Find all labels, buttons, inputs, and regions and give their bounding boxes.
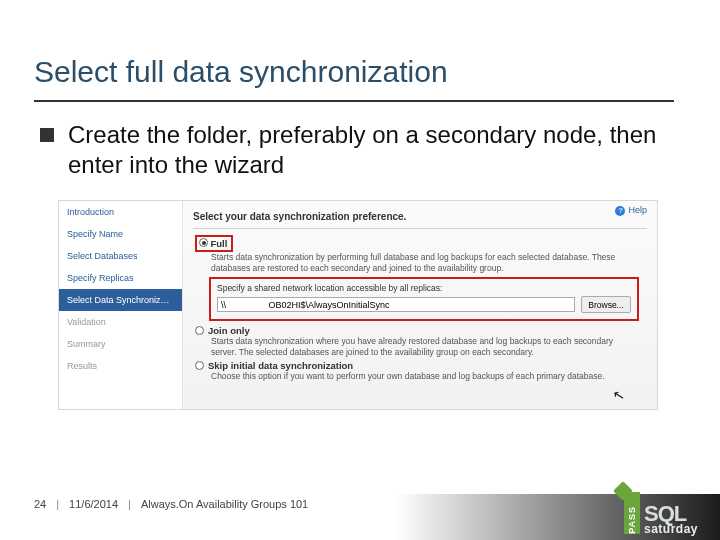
slide-title: Select full data synchronization xyxy=(34,55,448,89)
radio-skip[interactable] xyxy=(195,361,204,370)
option-skip: Skip initial data synchronization Choose… xyxy=(195,360,647,382)
option-skip-desc: Choose this option if you want to perfor… xyxy=(211,371,631,382)
option-join-desc: Starts data synchronization where you ha… xyxy=(211,336,631,357)
option-full-label: Full xyxy=(211,238,228,249)
wizard-step-select-data-sync[interactable]: Select Data Synchronization xyxy=(59,289,182,311)
option-full-desc: Starts data synchronization by performin… xyxy=(211,252,631,273)
option-full: Full Starts data synchronization by perf… xyxy=(195,235,647,321)
bullet-marker-icon xyxy=(40,128,54,142)
highlight-box: Full xyxy=(195,235,233,252)
footer-sep-icon: | xyxy=(56,498,59,510)
logo-sql: SQL xyxy=(644,505,686,524)
pass-text: PASS xyxy=(627,503,637,534)
help-link[interactable]: ?Help xyxy=(615,205,647,216)
wizard-screenshot: Introduction Specify Name Select Databas… xyxy=(58,200,658,410)
sql-saturday-logo: PASS SQL saturday xyxy=(624,492,698,534)
bullet-item: Create the folder, preferably on a secon… xyxy=(40,120,672,180)
wizard-step-summary[interactable]: Summary xyxy=(59,333,182,355)
sql-text-block: SQL saturday xyxy=(644,505,698,534)
slide-footer: 24 | 11/6/2014 | Always.On Availability … xyxy=(0,470,720,540)
wizard-step-specify-name[interactable]: Specify Name xyxy=(59,223,182,245)
wizard-divider xyxy=(193,228,647,229)
help-icon: ? xyxy=(615,206,625,216)
wizard-step-introduction[interactable]: Introduction xyxy=(59,201,182,223)
wizard-main-panel: ?Help Select your data synchronization p… xyxy=(183,201,657,409)
option-skip-label: Skip initial data synchronization xyxy=(208,360,353,371)
network-location-input[interactable] xyxy=(217,297,575,312)
wizard-step-select-databases[interactable]: Select Databases xyxy=(59,245,182,267)
wizard-steps-sidebar: Introduction Specify Name Select Databas… xyxy=(59,201,183,409)
footer-sep-icon: | xyxy=(128,498,131,510)
network-location-group: Specify a shared network location access… xyxy=(209,277,639,321)
option-join-label: Join only xyxy=(208,325,250,336)
page-number: 24 xyxy=(34,498,46,510)
radio-join-only[interactable] xyxy=(195,326,204,335)
radio-full[interactable] xyxy=(199,238,208,247)
footer-deck-title: Always.On Availability Groups 101 xyxy=(141,498,308,510)
network-location-label: Specify a shared network location access… xyxy=(217,283,631,293)
pass-badge-icon: PASS xyxy=(624,492,640,534)
help-label: Help xyxy=(628,205,647,215)
wizard-step-results[interactable]: Results xyxy=(59,355,182,377)
footer-date: 11/6/2014 xyxy=(69,498,118,510)
cursor-icon: ↖ xyxy=(611,386,626,404)
option-join-only: Join only Starts data synchronization wh… xyxy=(195,325,647,357)
wizard-step-specify-replicas[interactable]: Specify Replicas xyxy=(59,267,182,289)
bullet-text: Create the folder, preferably on a secon… xyxy=(68,120,672,180)
wizard-step-validation[interactable]: Validation xyxy=(59,311,182,333)
logo-saturday: saturday xyxy=(644,524,698,534)
browse-button[interactable]: Browse... xyxy=(581,296,631,313)
title-divider xyxy=(34,100,674,102)
footer-text: 24 | 11/6/2014 | Always.On Availability … xyxy=(34,498,308,510)
wizard-heading: Select your data synchronization prefere… xyxy=(193,211,647,222)
